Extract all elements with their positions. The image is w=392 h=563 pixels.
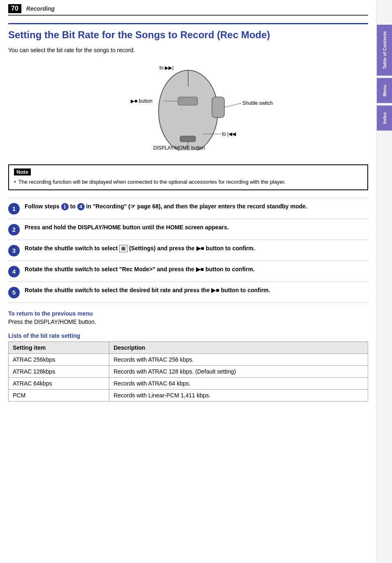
step-1: 1 Follow steps 1 to 4 in "Recording" (☞ … bbox=[8, 198, 368, 219]
step-number-4: 4 bbox=[8, 266, 20, 277]
svg-text:▶■ button: ▶■ button bbox=[131, 98, 152, 104]
svg-rect-2 bbox=[178, 97, 198, 105]
main-content: 70 Recording Setting the Bit Rate for th… bbox=[0, 0, 376, 563]
table-header-desc: Description bbox=[109, 341, 368, 353]
svg-line-8 bbox=[224, 103, 242, 107]
svg-text:Shuttle switch: Shuttle switch bbox=[242, 100, 273, 106]
device-diagram: to ▶▶| ▶■ button Shuttle switch to |◀◀ D… bbox=[8, 60, 368, 155]
page-header: 70 Recording bbox=[8, 4, 368, 16]
step-text-3: Rotate the shuttle switch to select ⊞ (S… bbox=[25, 244, 368, 253]
table-cell-desc: Records with ATRAC 128 kbps. (Default se… bbox=[109, 365, 368, 377]
table-row: ATRAC 128kbpsRecords with ATRAC 128 kbps… bbox=[9, 365, 368, 377]
table-cell-setting: PCM bbox=[9, 389, 109, 401]
step-number-5: 5 bbox=[8, 287, 20, 298]
svg-rect-1 bbox=[212, 97, 224, 118]
page-number: 70 bbox=[8, 4, 21, 13]
tab-table-of-contents[interactable]: Table of Contents bbox=[377, 25, 392, 76]
subsection1-title: To return to the previous menu bbox=[8, 310, 368, 317]
table-header-setting: Setting item bbox=[9, 341, 109, 353]
step-text-2: Press and hold the DISPLAY/HOME button u… bbox=[25, 223, 368, 232]
step-text-4: Rotate the shuttle switch to select "Rec… bbox=[25, 265, 368, 274]
step-number-2: 2 bbox=[8, 224, 20, 235]
table-row: PCMRecords with Linear-PCM 1,411 kbps. bbox=[9, 389, 368, 401]
page-wrapper: 70 Recording Setting the Bit Rate for th… bbox=[0, 0, 392, 563]
step-2: 2 Press and hold the DISPLAY/HOME button… bbox=[8, 219, 368, 240]
section-label: Recording bbox=[26, 5, 55, 12]
table-cell-desc: Records with Linear-PCM 1,411 kbps. bbox=[109, 389, 368, 401]
table-cell-desc: Records with ATRAC 64 kbps. bbox=[109, 377, 368, 389]
side-tabs: Table of Contents Menu Index bbox=[376, 0, 392, 563]
step-text-5: Rotate the shuttle switch to select the … bbox=[25, 286, 368, 295]
tab-index[interactable]: Index bbox=[377, 106, 392, 131]
note-label: Note bbox=[14, 168, 31, 175]
note-box: Note The recording function will be disp… bbox=[8, 164, 368, 190]
subsection1-body: Press the DISPLAY/HOME button. bbox=[8, 318, 368, 325]
svg-text:to |◀◀: to |◀◀ bbox=[222, 131, 236, 137]
svg-text:DISPLAY/HOME button: DISPLAY/HOME button bbox=[153, 145, 205, 150]
subsection2-title: Lists of the bit rate setting bbox=[8, 332, 368, 339]
svg-text:to ▶▶|: to ▶▶| bbox=[159, 65, 173, 71]
tab-menu[interactable]: Menu bbox=[377, 78, 392, 103]
step-3: 3 Rotate the shuttle switch to select ⊞ … bbox=[8, 240, 368, 261]
step-5: 5 Rotate the shuttle switch to select th… bbox=[8, 282, 368, 303]
step-text-1: Follow steps 1 to 4 in "Recording" (☞ pa… bbox=[25, 202, 368, 211]
step-4: 4 Rotate the shuttle switch to select "R… bbox=[8, 261, 368, 282]
table-cell-desc: Records with ATRAC 256 kbps. bbox=[109, 353, 368, 365]
page-title: Setting the Bit Rate for the Songs to Re… bbox=[8, 23, 368, 41]
table-cell-setting: ATRAC 64kbps bbox=[9, 377, 109, 389]
note-text: The recording function will be displayed… bbox=[14, 178, 362, 186]
intro-text: You can select the bit rate for the song… bbox=[8, 47, 368, 53]
table-row: ATRAC 256kbpsRecords with ATRAC 256 kbps… bbox=[9, 353, 368, 365]
step-number-3: 3 bbox=[8, 245, 20, 256]
diagram-svg: to ▶▶| ▶■ button Shuttle switch to |◀◀ D… bbox=[81, 64, 295, 150]
table-cell-setting: ATRAC 128kbps bbox=[9, 365, 109, 377]
bit-rate-table: Setting item Description ATRAC 256kbpsRe… bbox=[8, 341, 368, 401]
step-number-1: 1 bbox=[8, 203, 20, 215]
svg-rect-3 bbox=[180, 136, 196, 142]
table-row: ATRAC 64kbpsRecords with ATRAC 64 kbps. bbox=[9, 377, 368, 389]
table-cell-setting: ATRAC 256kbps bbox=[9, 353, 109, 365]
